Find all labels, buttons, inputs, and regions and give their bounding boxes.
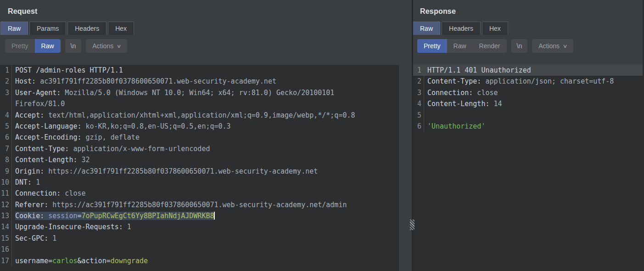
- chevron-down-icon: ∨: [117, 43, 122, 49]
- line-number: 6: [0, 132, 12, 143]
- line-number: 5: [0, 121, 12, 132]
- response-actions-label: Actions: [538, 42, 560, 50]
- request-tabs: RawParamsHeadersHex: [0, 20, 412, 35]
- line-content: Accept: text/html,application/xhtml+xml,…: [12, 110, 399, 121]
- request-code-line[interactable]: 7Content-Type: application/x-www-form-ur…: [0, 143, 399, 154]
- response-tab-headers[interactable]: Headers: [442, 22, 481, 35]
- line-content: 'Unauthorized': [424, 121, 643, 132]
- line-number: 16: [0, 244, 12, 255]
- line-content: [12, 244, 399, 255]
- line-content: Upgrade-Insecure-Requests: 1: [12, 221, 399, 232]
- line-number: 7: [0, 143, 12, 154]
- request-view-mode-group: PrettyRaw: [5, 39, 61, 53]
- line-number: 1: [0, 65, 12, 76]
- line-content: Cookie: session=7oPupRCwEgCt6Yy8BPIahNdj…: [12, 210, 399, 221]
- line-content: Content-Type: application/x-www-form-url…: [12, 143, 399, 154]
- response-actions-button[interactable]: Actions∨: [532, 39, 573, 53]
- request-view-raw-button[interactable]: Raw: [35, 39, 61, 53]
- response-code-line[interactable]: 4Content-Length: 14: [412, 98, 643, 109]
- line-content: Host: ac391f791ff2285b80f0378600650071.w…: [12, 76, 399, 87]
- line-number: 2: [412, 76, 424, 87]
- request-code-line[interactable]: 8Content-Length: 32: [0, 154, 399, 165]
- request-actions-label: Actions: [92, 42, 113, 50]
- response-code-line[interactable]: 1HTTP/1.1 401 Unauthorized: [412, 65, 643, 76]
- text-cursor: [214, 212, 215, 220]
- response-code-line[interactable]: 6'Unauthorized': [412, 121, 643, 132]
- line-number: 11: [0, 188, 12, 199]
- response-show-newlines-button[interactable]: \n: [511, 39, 528, 53]
- request-tab-params[interactable]: Params: [29, 22, 66, 35]
- request-code-line[interactable]: 17username=carlos&action=downgrade: [0, 255, 399, 266]
- request-show-newlines-button[interactable]: \n: [65, 39, 82, 53]
- request-code-line[interactable]: 11Connection: close: [0, 188, 399, 199]
- request-code-line[interactable]: 4Accept: text/html,application/xhtml+xml…: [0, 110, 399, 121]
- line-content: [424, 110, 643, 121]
- response-tab-raw[interactable]: Raw: [413, 22, 440, 35]
- line-number: 10: [0, 177, 12, 188]
- request-code-line[interactable]: 14Upgrade-Insecure-Requests: 1: [0, 221, 399, 232]
- line-content: HTTP/1.1 401 Unauthorized: [424, 65, 643, 76]
- response-view-raw-button[interactable]: Raw: [447, 39, 473, 53]
- line-number: 1: [412, 65, 424, 76]
- request-code-line[interactable]: Firefox/81.0: [0, 98, 399, 109]
- line-number: 4: [412, 98, 424, 109]
- response-view-render-button[interactable]: Render: [473, 39, 507, 53]
- request-editor-scrollbar[interactable]: [399, 65, 412, 271]
- line-number: 13: [0, 210, 12, 221]
- response-editor[interactable]: 1HTTP/1.1 401 Unauthorized2Content-Type:…: [412, 65, 643, 271]
- line-content: username=carlos&action=downgrade: [12, 255, 399, 266]
- response-panel-title: Response: [412, 0, 643, 16]
- request-tab-hex[interactable]: Hex: [108, 22, 134, 35]
- response-code-line[interactable]: 3Connection: close: [412, 87, 643, 98]
- message-editor-split-view: Request RawParamsHeadersHex PrettyRaw\nA…: [0, 0, 644, 271]
- request-code-line[interactable]: 3User-Agent: Mozilla/5.0 (Windows NT 10.…: [0, 87, 399, 98]
- request-code-line[interactable]: 9Origin: https://ac391f791ff2285b80f0378…: [0, 166, 399, 177]
- response-view-mode-group: PrettyRawRender: [417, 39, 507, 53]
- request-code-line[interactable]: 1POST /admin-roles HTTP/1.1: [0, 65, 399, 76]
- request-code-line[interactable]: 13Cookie: session=7oPupRCwEgCt6Yy8BPIahN…: [0, 210, 399, 221]
- line-number: 9: [0, 166, 12, 177]
- line-number: 12: [0, 199, 12, 210]
- line-number: 8: [0, 154, 12, 165]
- request-tab-headers[interactable]: Headers: [67, 22, 106, 35]
- line-number: 17: [0, 255, 12, 266]
- line-number: 4: [0, 110, 12, 121]
- line-number: 2: [0, 76, 12, 87]
- request-code-line[interactable]: 12Referer: https://ac391f791ff2285b80f03…: [0, 199, 399, 210]
- line-number: 14: [0, 221, 12, 232]
- request-editor[interactable]: 1POST /admin-roles HTTP/1.12Host: ac391f…: [0, 65, 399, 271]
- line-content: DNT: 1: [12, 177, 399, 188]
- request-code-line[interactable]: 2Host: ac391f791ff2285b80f0378600650071.…: [0, 76, 399, 87]
- line-content: Accept-Language: ko-KR,ko;q=0.8,en-US;q=…: [12, 121, 399, 132]
- line-content: Content-Length: 14: [424, 98, 643, 109]
- response-panel: Response RawHeadersHex PrettyRawRender\n…: [412, 0, 643, 271]
- response-code-line[interactable]: 5: [412, 110, 643, 121]
- response-code-line[interactable]: 2Content-Type: application/json; charset…: [412, 76, 643, 87]
- line-number: [0, 98, 12, 109]
- request-code-line[interactable]: 15Sec-GPC: 1: [0, 233, 399, 244]
- line-content: Connection: close: [424, 87, 643, 98]
- line-content: POST /admin-roles HTTP/1.1: [12, 65, 399, 76]
- request-code-line[interactable]: 10DNT: 1: [0, 177, 399, 188]
- line-content: Referer: https://ac391f791ff2285b80f0378…: [12, 199, 399, 210]
- chevron-down-icon: ∨: [563, 43, 568, 49]
- splitter-grip-icon[interactable]: [410, 220, 414, 230]
- line-content: Accept-Encoding: gzip, deflate: [12, 132, 399, 143]
- response-tab-hex[interactable]: Hex: [482, 22, 508, 35]
- request-actions-button[interactable]: Actions∨: [86, 39, 127, 53]
- line-number: 15: [0, 233, 12, 244]
- request-panel: Request RawParamsHeadersHex PrettyRaw\nA…: [0, 0, 412, 271]
- panel-divider: [412, 0, 413, 271]
- request-panel-title: Request: [0, 0, 412, 16]
- request-code-line[interactable]: 5Accept-Language: ko-KR,ko;q=0.8,en-US;q…: [0, 121, 399, 132]
- response-tabs: RawHeadersHex: [412, 20, 643, 35]
- line-number: 3: [412, 87, 424, 98]
- response-view-pretty-button[interactable]: Pretty: [417, 39, 447, 53]
- line-content: Content-Length: 32: [12, 154, 399, 165]
- request-code-line[interactable]: 16: [0, 244, 399, 255]
- request-toolbar: PrettyRaw\nActions∨: [0, 35, 412, 57]
- request-view-pretty-button[interactable]: Pretty: [5, 39, 35, 53]
- request-tab-raw[interactable]: Raw: [0, 22, 28, 35]
- line-content: Content-Type: application/json; charset=…: [424, 76, 643, 87]
- request-code-line[interactable]: 6Accept-Encoding: gzip, deflate: [0, 132, 399, 143]
